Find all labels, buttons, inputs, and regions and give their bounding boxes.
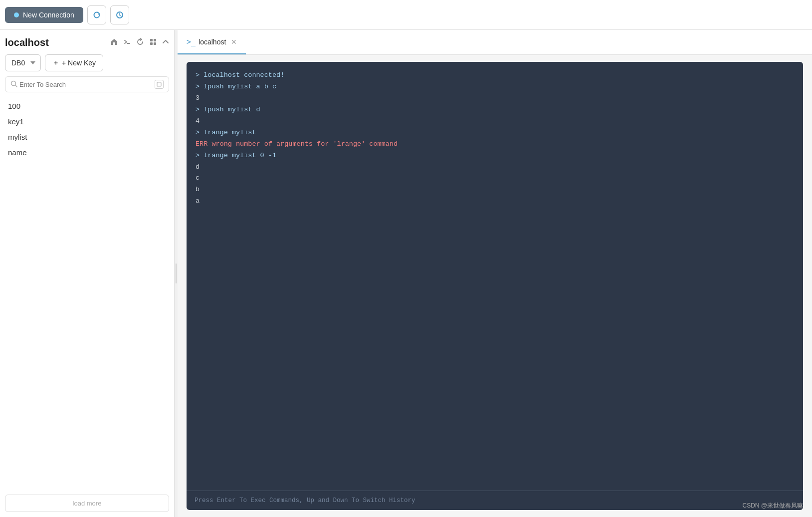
sidebar-controls: DB0 DB1 DB2 DB3 ＋ + New Key: [5, 54, 169, 71]
terminal-line: ERR wrong number of arguments for 'lrang…: [196, 139, 794, 150]
db-select[interactable]: DB0 DB1 DB2 DB3: [5, 54, 41, 71]
sidebar: localhost: [0, 30, 175, 517]
history-button[interactable]: [110, 5, 129, 24]
terminal-line: > localhost connected!: [196, 70, 794, 81]
collapse-icon[interactable]: [162, 38, 169, 47]
watermark: CSDN @来世做春风嘛: [742, 502, 803, 510]
terminal-output[interactable]: > localhost connected!> lpush mylist a b…: [187, 62, 803, 491]
tab-localhost[interactable]: >_ localhost ✕: [178, 30, 246, 54]
new-key-plus: ＋: [52, 58, 59, 67]
sidebar-hostname: localhost: [5, 37, 49, 48]
right-panel: >_ localhost ✕ > localhost connected!> l…: [178, 30, 812, 517]
svg-marker-1: [98, 13, 99, 15]
svg-line-11: [15, 85, 17, 87]
search-icon: [10, 80, 17, 89]
svg-rect-9: [154, 42, 156, 45]
filter-icon[interactable]: [155, 80, 164, 89]
terminal-line: > lrange mylist 0 -1: [196, 150, 794, 162]
search-input[interactable]: [19, 81, 155, 88]
search-box: [5, 76, 169, 92]
list-item[interactable]: mylist: [5, 129, 169, 145]
svg-rect-12: [157, 82, 161, 86]
list-item[interactable]: name: [5, 145, 169, 160]
terminal-line: > lpush mylist a b c: [196, 81, 794, 93]
terminal-line: c: [196, 173, 794, 184]
home-icon[interactable]: [110, 38, 118, 47]
new-key-label: + New Key: [62, 59, 96, 67]
list-item[interactable]: 100: [5, 98, 169, 114]
sidebar-toolbar-icons: [110, 38, 169, 47]
main-content: localhost: [0, 30, 812, 517]
close-tab-button[interactable]: ✕: [231, 38, 237, 46]
refresh-icon: [93, 11, 101, 19]
svg-rect-6: [150, 39, 153, 41]
terminal-line: 3: [196, 93, 794, 104]
terminal-line: > lpush mylist d: [196, 104, 794, 116]
list-item[interactable]: key1: [5, 114, 169, 129]
terminal-line: b: [196, 184, 794, 196]
sidebar-refresh-icon[interactable]: [136, 38, 144, 47]
clock-icon: [116, 11, 124, 19]
new-connection-label: New Connection: [23, 11, 74, 19]
terminal-line: d: [196, 162, 794, 173]
grid-icon[interactable]: [149, 38, 157, 47]
terminal-input-placeholder: Press Enter To Exec Commands, Up and Dow…: [195, 497, 795, 504]
terminal-area: > localhost connected!> lpush mylist a b…: [178, 55, 812, 517]
key-list: 100key1mylistname: [5, 98, 169, 491]
terminal-input-bar: Press Enter To Exec Commands, Up and Dow…: [187, 491, 803, 510]
connection-status-dot: [14, 12, 19, 17]
tab-label: localhost: [199, 38, 226, 46]
svg-rect-7: [154, 39, 156, 41]
new-key-button[interactable]: ＋ + New Key: [45, 54, 103, 71]
tab-prefix: >_: [187, 37, 196, 46]
terminal-line: 4: [196, 116, 794, 127]
terminal-line: > lrange mylist: [196, 127, 794, 139]
terminal-line: a: [196, 196, 794, 207]
load-more-button[interactable]: load more: [5, 495, 169, 512]
refresh-button[interactable]: [87, 5, 106, 24]
svg-rect-8: [150, 42, 153, 45]
svg-line-4: [120, 15, 121, 16]
new-connection-button[interactable]: New Connection: [5, 7, 83, 23]
sidebar-title-row: localhost: [5, 37, 169, 48]
terminal-icon[interactable]: [123, 38, 131, 47]
toolbar: New Connection: [0, 0, 812, 30]
tab-bar: >_ localhost ✕: [178, 30, 812, 55]
